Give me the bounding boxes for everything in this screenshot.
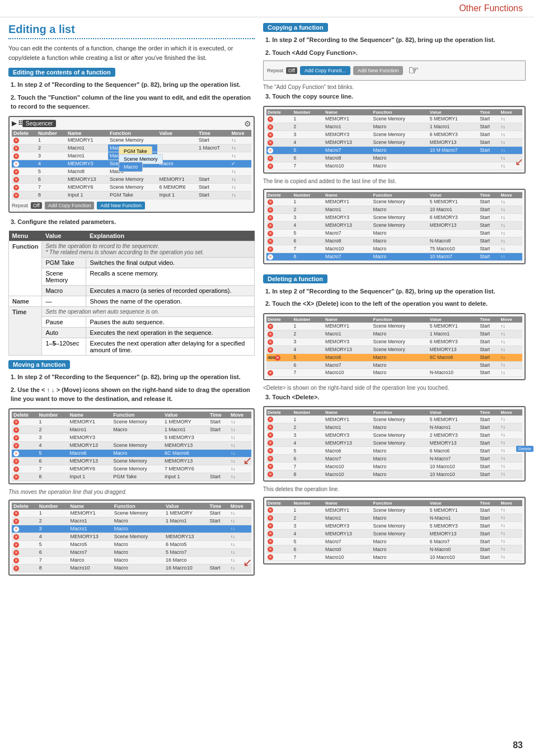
param-scene-exp: Recalls a scene memory.: [86, 268, 255, 286]
delete-icon[interactable]: ✕: [268, 547, 273, 552]
delete-icon[interactable]: ✕: [268, 223, 273, 228]
delete-icon[interactable]: ✕: [13, 474, 19, 480]
delete-icon[interactable]: ✕: [268, 347, 273, 353]
delete-icon[interactable]: ✕: [13, 435, 19, 441]
seq-header: ▶ ⠿ Sequencer ⚙: [12, 119, 251, 128]
param-row-pgm: PGM Take Switches the final output video…: [9, 258, 255, 268]
param-row-function: Function Sets the operation to record to…: [9, 241, 255, 258]
delete-icon[interactable]: ✕: [268, 164, 273, 169]
table-row: ✕5Macro6Macro6 Macro6Start ↑↓ Delete: [266, 447, 522, 455]
delete-icon[interactable]: ✕: [13, 550, 19, 556]
delete-icon[interactable]: ✕: [13, 511, 19, 516]
delete-icon[interactable]: ✕: [268, 554, 273, 560]
delete-icon[interactable]: ✕: [268, 472, 273, 477]
table-row: ✕3MEMORY3Scene Memory6 MEMORY3Start↑↓: [266, 130, 522, 138]
param-col-value: Value: [42, 231, 86, 241]
delete-icon[interactable]: ✕: [268, 140, 273, 146]
seq-title: Sequencer: [22, 120, 56, 127]
copy-buttons-row: Repeat Off Add Copy Functi... Add New Fu…: [267, 63, 522, 78]
delete-icon[interactable]: ✕: [268, 440, 273, 446]
delete-icon[interactable]: ✕: [13, 161, 19, 167]
delete-icon[interactable]: ✕: [268, 523, 273, 529]
delete-icon[interactable]: ✕: [268, 332, 273, 337]
delete-icon[interactable]: ✕: [13, 566, 19, 571]
delete-icon[interactable]: ✕: [268, 148, 273, 153]
delete-icon[interactable]: ✕: [268, 254, 273, 260]
table-row: ✕4MEMORY13Scene MemoryMEMORY13Start↑↓: [266, 346, 522, 353]
add-copy-function-button[interactable]: Add Copy Function: [45, 202, 95, 209]
copy-step3-text: Touch the copy source line.: [272, 93, 353, 100]
copy-step2-text: Touch <Add Copy Function>.: [272, 49, 358, 56]
delete-icon[interactable]: ✕: [268, 199, 273, 205]
table-row: ✕3MEMORY3Scene Memory6 MEMORY3Start↑↓: [266, 213, 522, 221]
table-row: ✕2Macro1MacroN-Macro1Start↑↓: [266, 514, 522, 522]
gear-icon[interactable]: ⚙: [244, 119, 251, 128]
edit-step2: 2. Touch the "Function" column of the li…: [8, 93, 255, 111]
delete-flag: 400: [268, 355, 275, 360]
delete-icon[interactable]: ✕: [268, 231, 273, 236]
delete-icon[interactable]: ✕: [268, 207, 273, 213]
delete-icon[interactable]: ✕: [13, 466, 19, 472]
delete-icon[interactable]: ✕: [268, 417, 273, 422]
add-new-function-button[interactable]: Add New Function: [97, 202, 145, 209]
delete-icon[interactable]: ✕: [268, 124, 273, 130]
delete-icon[interactable]: ✕: [13, 542, 19, 548]
table-row: ✕7Macro10Macro10 Macro10Start↑↓: [266, 463, 522, 470]
delete-icon[interactable]: ✕: [13, 146, 19, 151]
delete-icon[interactable]: ✕: [268, 448, 273, 454]
copy-step1: 1. In step 2 of "Recording to the Sequen…: [263, 35, 526, 45]
delete-icon[interactable]: ✕: [268, 456, 273, 461]
add-copy-button[interactable]: Add Copy Functi...: [300, 66, 350, 75]
add-new-button[interactable]: Add New Function: [353, 66, 404, 75]
delete-icon[interactable]: ✕: [13, 451, 19, 456]
delete-icon[interactable]: ✕: [268, 370, 273, 376]
delete-icon[interactable]: ✕: [268, 132, 273, 138]
delete-icon[interactable]: ✕: [13, 177, 19, 183]
delete-icon[interactable]: ✕: [268, 531, 273, 536]
delete-icon[interactable]: ✕: [13, 427, 19, 433]
del-step3: 3. Touch <Delete>.: [263, 393, 526, 402]
param-row-time-span: Time Sets the operation when auto sequen…: [9, 307, 255, 317]
delete-icon[interactable]: ✕: [268, 156, 273, 161]
del-cell: ✕: [12, 167, 36, 175]
delete-icon[interactable]: ✕: [13, 558, 19, 563]
col-number: Number: [36, 130, 66, 137]
table-row-highlight: ✕8Macro7Macro10 Macro7Start↑↑: [266, 253, 522, 260]
delete-icon[interactable]: ✕: [13, 519, 19, 524]
delete-icon[interactable]: ✕: [268, 464, 273, 469]
del-step1: 1. In step 2 of "Recording to the Sequen…: [263, 287, 526, 296]
param-row-name: Name — Shows the name of the operation.: [9, 296, 255, 307]
delete-icon[interactable]: ✕: [13, 459, 19, 464]
delete-button[interactable]: Delete: [516, 446, 533, 452]
delete-icon[interactable]: ✕: [13, 138, 19, 143]
delete-icon[interactable]: ✕: [13, 526, 19, 532]
delete-icon[interactable]: ✕: [275, 355, 280, 361]
param-scene-value: Scene Memory: [42, 268, 86, 286]
table-row: ✕7Macro10Macro↑↓: [266, 162, 522, 170]
delete-icon[interactable]: ✕: [13, 443, 19, 449]
delete-icon[interactable]: ✕: [13, 169, 19, 175]
param-auto-value: Auto: [42, 328, 86, 338]
delete-icon[interactable]: ✕: [13, 419, 19, 425]
delete-icon[interactable]: ✕: [268, 116, 273, 122]
dotted-divider: [8, 38, 255, 39]
delete-icon[interactable]: ✕: [268, 239, 273, 244]
delete-icon[interactable]: ✕: [13, 193, 19, 198]
delete-icon[interactable]: ✕: [268, 539, 273, 544]
editing-badge: Editing the contents of a function: [8, 68, 115, 77]
delete-icon[interactable]: ✕: [268, 215, 273, 221]
delete-icon[interactable]: ✕: [268, 432, 273, 438]
delete-icon[interactable]: ✕: [268, 507, 273, 513]
delete-icon[interactable]: ✕: [13, 534, 19, 540]
move-step2-num: 2.: [11, 386, 16, 393]
delete-icon[interactable]: ✕: [268, 424, 273, 430]
delete-icon[interactable]: ✕: [268, 324, 273, 329]
del-step2-text: Touch the <X> (Delete) icon to the left …: [272, 300, 488, 307]
delete-icon[interactable]: ✕: [268, 246, 273, 252]
delete-icon[interactable]: ✕: [13, 153, 19, 159]
delete-icon[interactable]: ✕: [13, 185, 19, 190]
table-row: ✕2Macro1Macro1 Macro1Start↑↓: [12, 426, 251, 433]
delete-icon[interactable]: ✕: [268, 339, 273, 345]
delete-icon[interactable]: ✕: [268, 515, 273, 521]
param-function-label: Function: [9, 241, 42, 296]
